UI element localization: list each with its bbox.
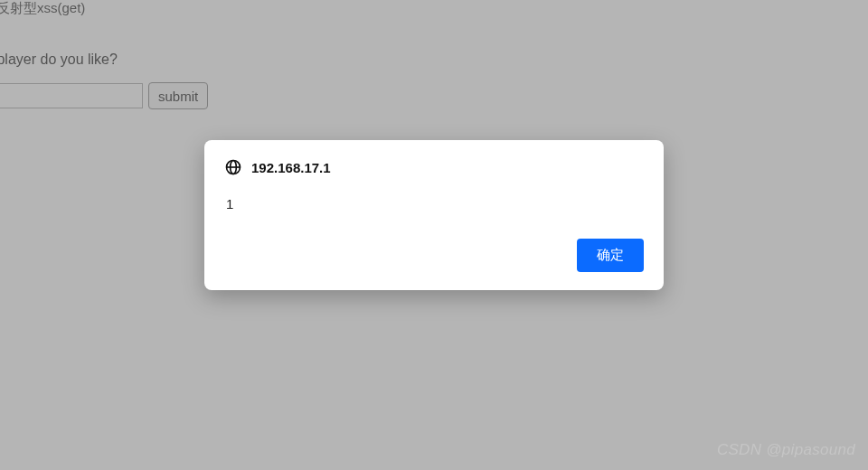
watermark: CSDN @pipasound [717,441,855,459]
ok-button[interactable]: 确定 [577,239,644,272]
dialog-header: 192.168.17.1 [224,158,644,176]
dialog-actions: 确定 [224,239,644,272]
globe-icon [224,158,242,176]
dialog-origin: 192.168.17.1 [251,160,331,175]
dialog-message: 1 [224,196,644,212]
alert-dialog: 192.168.17.1 1 确定 [204,140,664,290]
